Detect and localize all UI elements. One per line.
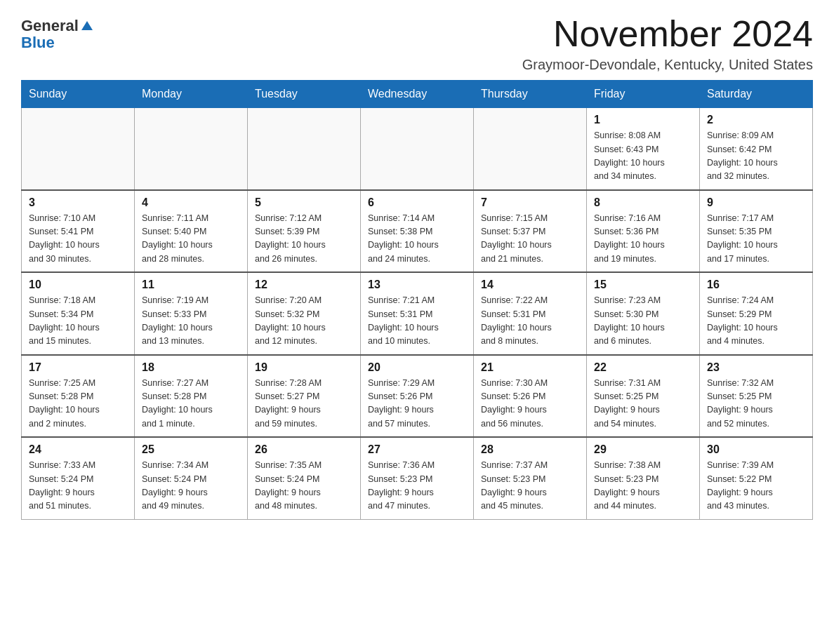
day-number: 2: [707, 114, 805, 126]
calendar-cell: [135, 108, 248, 190]
column-header-thursday: Thursday: [474, 81, 587, 108]
sun-info: Sunrise: 7:17 AMSunset: 5:35 PMDaylight:…: [707, 212, 805, 267]
week-row-1: 1Sunrise: 8:08 AMSunset: 6:43 PMDaylight…: [22, 108, 813, 190]
day-number: 15: [594, 279, 692, 291]
calendar-cell: 22Sunrise: 7:31 AMSunset: 5:25 PMDayligh…: [587, 355, 700, 438]
sun-info: Sunrise: 7:23 AMSunset: 5:30 PMDaylight:…: [594, 294, 692, 349]
calendar-cell: 12Sunrise: 7:20 AMSunset: 5:32 PMDayligh…: [248, 272, 361, 355]
day-number: 9: [707, 196, 805, 209]
day-number: 17: [29, 361, 127, 374]
calendar-cell: 17Sunrise: 7:25 AMSunset: 5:28 PMDayligh…: [22, 355, 135, 438]
day-number: 26: [255, 443, 353, 456]
sun-info: Sunrise: 8:09 AMSunset: 6:42 PMDaylight:…: [707, 129, 805, 184]
day-number: 4: [142, 196, 240, 209]
calendar-cell: 14Sunrise: 7:22 AMSunset: 5:31 PMDayligh…: [474, 272, 587, 355]
week-row-4: 17Sunrise: 7:25 AMSunset: 5:28 PMDayligh…: [22, 355, 813, 438]
calendar-cell: 26Sunrise: 7:35 AMSunset: 5:24 PMDayligh…: [248, 437, 361, 519]
sun-info: Sunrise: 7:32 AMSunset: 5:25 PMDaylight:…: [707, 377, 805, 431]
calendar-cell: 19Sunrise: 7:28 AMSunset: 5:27 PMDayligh…: [248, 355, 361, 438]
day-number: 25: [142, 443, 240, 456]
column-header-wednesday: Wednesday: [361, 81, 474, 108]
calendar-cell: [361, 108, 474, 190]
calendar-table: SundayMondayTuesdayWednesdayThursdayFrid…: [21, 80, 813, 520]
logo: General Blue: [21, 14, 93, 51]
sun-info: Sunrise: 7:28 AMSunset: 5:27 PMDaylight:…: [255, 377, 353, 431]
calendar-cell: 2Sunrise: 8:09 AMSunset: 6:42 PMDaylight…: [700, 108, 813, 190]
calendar-cell: 9Sunrise: 7:17 AMSunset: 5:35 PMDaylight…: [700, 190, 813, 273]
day-number: 28: [481, 443, 579, 456]
calendar-cell: 7Sunrise: 7:15 AMSunset: 5:37 PMDaylight…: [474, 190, 587, 273]
sun-info: Sunrise: 7:15 AMSunset: 5:37 PMDaylight:…: [481, 212, 579, 267]
location-title: Graymoor-Devondale, Kentucky, United Sta…: [522, 57, 813, 73]
calendar-cell: 16Sunrise: 7:24 AMSunset: 5:29 PMDayligh…: [700, 272, 813, 355]
column-header-saturday: Saturday: [700, 81, 813, 108]
calendar-cell: 8Sunrise: 7:16 AMSunset: 5:36 PMDaylight…: [587, 190, 700, 273]
column-header-tuesday: Tuesday: [248, 81, 361, 108]
sun-info: Sunrise: 7:39 AMSunset: 5:22 PMDaylight:…: [707, 459, 805, 514]
logo-blue-text: Blue: [21, 34, 55, 51]
title-area: November 2024 Graymoor-Devondale, Kentuc…: [522, 14, 813, 73]
sun-info: Sunrise: 7:36 AMSunset: 5:23 PMDaylight:…: [368, 459, 466, 514]
calendar-cell: [474, 108, 587, 190]
calendar-cell: 25Sunrise: 7:34 AMSunset: 5:24 PMDayligh…: [135, 437, 248, 519]
day-number: 30: [707, 443, 805, 456]
sun-info: Sunrise: 7:34 AMSunset: 5:24 PMDaylight:…: [142, 459, 240, 514]
calendar-cell: 3Sunrise: 7:10 AMSunset: 5:41 PMDaylight…: [22, 190, 135, 273]
calendar-cell: 23Sunrise: 7:32 AMSunset: 5:25 PMDayligh…: [700, 355, 813, 438]
calendar-cell: [22, 108, 135, 190]
calendar-cell: 24Sunrise: 7:33 AMSunset: 5:24 PMDayligh…: [22, 437, 135, 519]
calendar-cell: 15Sunrise: 7:23 AMSunset: 5:30 PMDayligh…: [587, 272, 700, 355]
day-number: 12: [255, 279, 353, 291]
logo-general-text: General: [21, 18, 79, 34]
calendar-cell: 29Sunrise: 7:38 AMSunset: 5:23 PMDayligh…: [587, 437, 700, 519]
day-number: 29: [594, 443, 692, 456]
sun-info: Sunrise: 7:38 AMSunset: 5:23 PMDaylight:…: [594, 459, 692, 514]
week-row-3: 10Sunrise: 7:18 AMSunset: 5:34 PMDayligh…: [22, 272, 813, 355]
header-row: SundayMondayTuesdayWednesdayThursdayFrid…: [22, 81, 813, 108]
calendar-cell: [248, 108, 361, 190]
sun-info: Sunrise: 7:14 AMSunset: 5:38 PMDaylight:…: [368, 212, 466, 267]
sun-info: Sunrise: 7:31 AMSunset: 5:25 PMDaylight:…: [594, 377, 692, 431]
sun-info: Sunrise: 7:18 AMSunset: 5:34 PMDaylight:…: [29, 294, 127, 349]
day-number: 19: [255, 361, 353, 374]
week-row-2: 3Sunrise: 7:10 AMSunset: 5:41 PMDaylight…: [22, 190, 813, 273]
header: General Blue November 2024 Graymoor-Devo…: [21, 14, 813, 73]
sun-info: Sunrise: 7:37 AMSunset: 5:23 PMDaylight:…: [481, 459, 579, 514]
calendar-cell: 18Sunrise: 7:27 AMSunset: 5:28 PMDayligh…: [135, 355, 248, 438]
sun-info: Sunrise: 7:29 AMSunset: 5:26 PMDaylight:…: [368, 377, 466, 431]
calendar-cell: 10Sunrise: 7:18 AMSunset: 5:34 PMDayligh…: [22, 272, 135, 355]
day-number: 21: [481, 361, 579, 374]
sun-info: Sunrise: 7:11 AMSunset: 5:40 PMDaylight:…: [142, 212, 240, 267]
day-number: 20: [368, 361, 466, 374]
day-number: 18: [142, 361, 240, 374]
day-number: 16: [707, 279, 805, 291]
sun-info: Sunrise: 7:20 AMSunset: 5:32 PMDaylight:…: [255, 294, 353, 349]
day-number: 23: [707, 361, 805, 374]
month-title: November 2024: [522, 14, 813, 54]
calendar-cell: 1Sunrise: 8:08 AMSunset: 6:43 PMDaylight…: [587, 108, 700, 190]
column-header-friday: Friday: [587, 81, 700, 108]
week-row-5: 24Sunrise: 7:33 AMSunset: 5:24 PMDayligh…: [22, 437, 813, 519]
day-number: 3: [29, 196, 127, 209]
sun-info: Sunrise: 7:12 AMSunset: 5:39 PMDaylight:…: [255, 212, 353, 267]
calendar-cell: 5Sunrise: 7:12 AMSunset: 5:39 PMDaylight…: [248, 190, 361, 273]
day-number: 11: [142, 279, 240, 291]
day-number: 24: [29, 443, 127, 456]
calendar-cell: 11Sunrise: 7:19 AMSunset: 5:33 PMDayligh…: [135, 272, 248, 355]
sun-info: Sunrise: 7:24 AMSunset: 5:29 PMDaylight:…: [707, 294, 805, 349]
calendar-cell: 28Sunrise: 7:37 AMSunset: 5:23 PMDayligh…: [474, 437, 587, 519]
calendar-cell: 30Sunrise: 7:39 AMSunset: 5:22 PMDayligh…: [700, 437, 813, 519]
sun-info: Sunrise: 7:25 AMSunset: 5:28 PMDaylight:…: [29, 377, 127, 431]
calendar-cell: 27Sunrise: 7:36 AMSunset: 5:23 PMDayligh…: [361, 437, 474, 519]
day-number: 27: [368, 443, 466, 456]
sun-info: Sunrise: 8:08 AMSunset: 6:43 PMDaylight:…: [594, 129, 692, 184]
sun-info: Sunrise: 7:22 AMSunset: 5:31 PMDaylight:…: [481, 294, 579, 349]
calendar-cell: 20Sunrise: 7:29 AMSunset: 5:26 PMDayligh…: [361, 355, 474, 438]
sun-info: Sunrise: 7:33 AMSunset: 5:24 PMDaylight:…: [29, 459, 127, 514]
day-number: 14: [481, 279, 579, 291]
day-number: 6: [368, 196, 466, 209]
column-header-sunday: Sunday: [22, 81, 135, 108]
day-number: 8: [594, 196, 692, 209]
calendar-cell: 13Sunrise: 7:21 AMSunset: 5:31 PMDayligh…: [361, 272, 474, 355]
sun-info: Sunrise: 7:21 AMSunset: 5:31 PMDaylight:…: [368, 294, 466, 349]
